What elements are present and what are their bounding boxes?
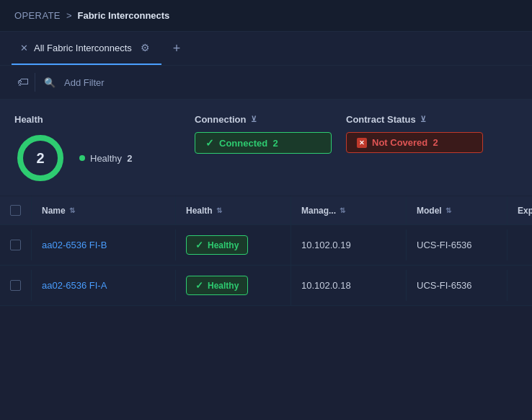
not-covered-badge[interactable]: ✕ Not Covered 2 xyxy=(346,132,483,153)
not-covered-x-icon: ✕ xyxy=(357,138,367,148)
health-donut: 2 xyxy=(14,132,66,184)
connected-check-icon: ✓ xyxy=(205,137,214,149)
row1-checkbox-cell xyxy=(0,229,32,261)
row2-health-label: Healthy xyxy=(208,281,239,291)
health-content: 2 Healthy 2 xyxy=(14,132,180,184)
row2-management-cell: 10.102.0.18 xyxy=(291,270,407,301)
th-checkbox xyxy=(0,196,32,224)
row2-health-cell: ✓ Healthy xyxy=(176,266,291,305)
row2-model-cell: UCS-FI-6536 xyxy=(407,270,507,301)
th-health: Health ⇅ xyxy=(176,196,291,224)
row1-checkbox[interactable] xyxy=(10,240,21,250)
contract-status-label: Contract Status ⊻ xyxy=(346,114,483,125)
th-management: Manag... ⇅ xyxy=(291,196,407,224)
model-sort-icon[interactable]: ⇅ xyxy=(445,206,451,214)
breadcrumb-bar: OPERATE > Fabric Interconnects xyxy=(0,0,532,32)
row2-name-link[interactable]: aa02-6536 FI-A xyxy=(42,280,107,291)
select-all-checkbox[interactable] xyxy=(10,205,21,216)
breadcrumb-current: Fabric Interconnects xyxy=(77,10,169,21)
breadcrumb-separator: > xyxy=(66,10,72,21)
row2-checkbox[interactable] xyxy=(10,280,21,291)
tab-gear-icon[interactable]: ⚙ xyxy=(138,39,153,56)
connection-label: Connection ⊻ xyxy=(195,114,332,125)
row2-health-badge: ✓ Healthy xyxy=(186,276,248,295)
row2-health-check-icon: ✓ xyxy=(195,280,203,291)
fabric-interconnects-table: Name ⇅ Health ⇅ Manag... ⇅ Model ⇅ Expa … xyxy=(0,196,532,306)
row1-health-check-icon: ✓ xyxy=(195,240,203,250)
contract-filter-icon[interactable]: ⊻ xyxy=(420,115,426,124)
summary-area: Health 2 Healthy 2 Connection ⊻ xyxy=(0,100,532,196)
management-sort-icon[interactable]: ⇅ xyxy=(340,206,345,214)
row2-checkbox-cell xyxy=(0,270,32,301)
connected-badge-text: Connected 2 xyxy=(219,138,278,149)
legend-healthy-label: Healthy 2 xyxy=(90,153,133,164)
row1-health-label: Healthy xyxy=(208,240,239,250)
connected-badge[interactable]: ✓ Connected 2 xyxy=(195,132,332,154)
add-filter-button[interactable]: Add Filter xyxy=(64,77,105,88)
health-legend: Healthy 2 xyxy=(79,153,133,164)
filter-bar: 🏷 🔍 Add Filter xyxy=(0,66,532,100)
th-expansion: Expa xyxy=(507,196,532,224)
row1-health-badge: ✓ Healthy xyxy=(186,235,248,255)
th-name: Name ⇅ xyxy=(32,196,176,224)
row1-name-link[interactable]: aa02-6536 FI-B xyxy=(42,240,107,250)
health-section: Health 2 Healthy 2 xyxy=(14,114,180,184)
health-count: 2 xyxy=(36,150,44,167)
tab-add-button[interactable]: + xyxy=(167,38,187,59)
breadcrumb-operate: OPERATE xyxy=(14,10,61,21)
th-model: Model ⇅ xyxy=(407,196,507,224)
row2-name-cell: aa02-6536 FI-A xyxy=(32,270,176,301)
tab-all-fabric-interconnects[interactable]: ✕ All Fabric Interconnects ⚙ xyxy=(12,32,161,65)
table-row: aa02-6536 FI-A ✓ Healthy 10.102.0.18 UCS… xyxy=(0,266,532,306)
legend-healthy-dot xyxy=(79,155,85,161)
table-row: aa02-6536 FI-B ✓ Healthy 10.102.0.19 UCS… xyxy=(0,225,532,266)
contract-status-section: Contract Status ⊻ ✕ Not Covered 2 xyxy=(332,114,483,153)
table-header: Name ⇅ Health ⇅ Manag... ⇅ Model ⇅ Expa xyxy=(0,196,532,225)
not-covered-badge-text: Not Covered 2 xyxy=(372,137,438,148)
health-sort-icon[interactable]: ⇅ xyxy=(216,206,222,214)
row1-name-cell: aa02-6536 FI-B xyxy=(32,229,176,261)
row1-model-cell: UCS-FI-6536 xyxy=(407,229,507,261)
filter-search-icon: 🔍 xyxy=(44,77,56,88)
legend-healthy: Healthy 2 xyxy=(79,153,133,164)
health-label: Health xyxy=(14,114,180,125)
tab-close-icon: ✕ xyxy=(20,43,28,53)
row1-health-cell: ✓ Healthy xyxy=(176,225,291,265)
row1-expansion-cell xyxy=(507,235,532,255)
connection-section: Connection ⊻ ✓ Connected 2 xyxy=(180,114,332,154)
connection-filter-icon[interactable]: ⊻ xyxy=(251,115,257,124)
row2-expansion-cell xyxy=(507,276,532,296)
filter-tag-icon[interactable]: 🏷 xyxy=(12,73,35,92)
tab-bar: ✕ All Fabric Interconnects ⚙ + xyxy=(0,32,532,66)
name-sort-icon[interactable]: ⇅ xyxy=(69,206,75,214)
tab-label: All Fabric Interconnects xyxy=(34,43,132,53)
row1-management-cell: 10.102.0.19 xyxy=(291,229,407,261)
